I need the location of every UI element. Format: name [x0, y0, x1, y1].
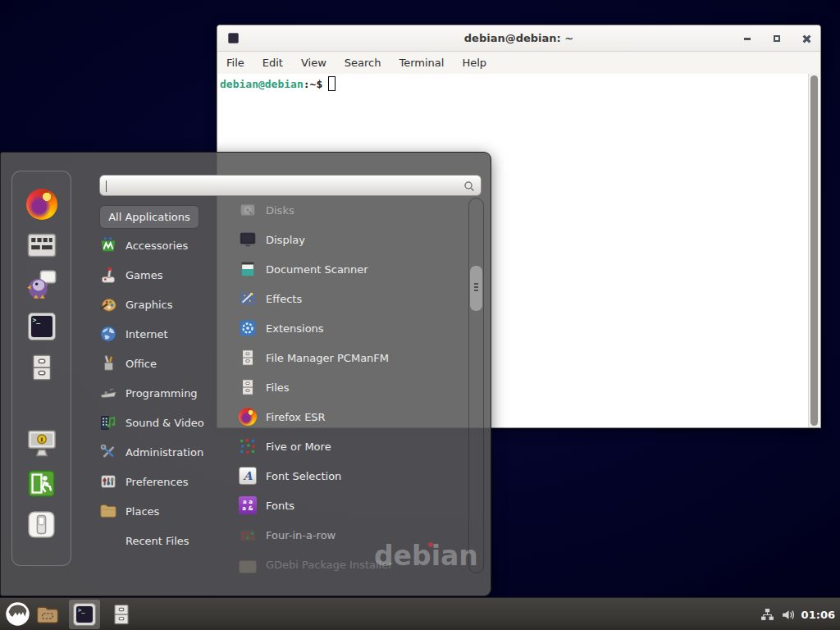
- menu-help[interactable]: Help: [462, 57, 486, 69]
- files-launcher-button[interactable]: [35, 602, 60, 627]
- menu-search[interactable]: Search: [345, 57, 381, 69]
- terminal-scrollbar-thumb[interactable]: [810, 75, 818, 426]
- office-icon: [99, 354, 117, 372]
- minimize-button[interactable]: [742, 33, 753, 44]
- prompt-suffix: :~$: [304, 78, 322, 90]
- favorite-software-button[interactable]: [27, 233, 57, 258]
- terminal-menubar: File Edit View Search Terminal Help: [217, 52, 820, 74]
- shut-down-button[interactable]: [27, 510, 56, 539]
- app-fonts[interactable]: a aa & Fonts: [239, 491, 462, 520]
- preferences-icon: [99, 472, 117, 491]
- file-cabinet-icon: [27, 353, 57, 382]
- category-internet[interactable]: Internet: [99, 319, 235, 349]
- close-button[interactable]: [801, 33, 812, 44]
- internet-icon: [99, 325, 117, 343]
- category-places[interactable]: Places: [99, 496, 235, 526]
- apps-scrollbar-thumb[interactable]: [470, 266, 482, 311]
- favorite-files-button[interactable]: [27, 353, 57, 382]
- category-programming[interactable]: Programming: [99, 378, 235, 408]
- app-five-or-more[interactable]: Five or More: [239, 431, 462, 461]
- shut-down-icon: [27, 510, 56, 539]
- category-graphics[interactable]: Graphics: [99, 290, 235, 319]
- document-scanner-icon: [239, 260, 257, 278]
- app-gdebi-package-installer[interactable]: GDebi Package Installer: [239, 550, 462, 579]
- app-disks[interactable]: Disks: [239, 195, 462, 225]
- four-in-a-row-icon: [239, 526, 257, 544]
- search-box: [99, 175, 482, 196]
- category-sound-video[interactable]: Sound & Video: [99, 408, 235, 437]
- disks-icon: [239, 201, 257, 219]
- log-out-icon: [27, 469, 56, 498]
- system-tray: 01:06: [760, 598, 835, 630]
- prompt-user-host: debian@debian: [220, 78, 304, 90]
- terminal-window-icon: [228, 33, 239, 43]
- accessories-icon: [99, 236, 117, 254]
- window-title: debian@debian: ~: [217, 32, 820, 44]
- favorites-panel: >_: [11, 171, 71, 566]
- app-extensions[interactable]: Extensions: [239, 313, 462, 343]
- clock[interactable]: 01:06: [801, 609, 835, 621]
- scrollbar-grip: [474, 290, 478, 291]
- graphics-icon: [99, 295, 117, 313]
- app-font-selection[interactable]: A Font Selection: [239, 461, 462, 491]
- gdebi-icon: [239, 560, 257, 573]
- apps-scrollbar-track[interactable]: [468, 198, 484, 573]
- places-icon: [99, 502, 117, 520]
- favorite-pidgin-button[interactable]: [26, 269, 57, 300]
- effects-icon: [239, 290, 257, 308]
- app-document-scanner[interactable]: Document Scanner: [239, 254, 462, 284]
- desktop: debian@debian: ~ File Edit View Search T…: [0, 0, 840, 630]
- application-menu: debian >_: [0, 152, 491, 596]
- all-applications-button[interactable]: All Applications: [99, 205, 199, 229]
- volume-icon[interactable]: [781, 608, 795, 622]
- terminal-cursor: [328, 76, 336, 91]
- terminal-scrollbar[interactable]: [808, 74, 819, 427]
- app-file-manager-pcmanfm[interactable]: File Manager PCManFM: [239, 343, 462, 372]
- menu-file[interactable]: File: [226, 57, 244, 69]
- search-input[interactable]: [107, 177, 451, 194]
- folder-icon: [35, 602, 60, 627]
- category-accessories[interactable]: Accessories: [99, 231, 235, 260]
- file-cabinet-icon: [239, 378, 257, 396]
- app-files[interactable]: Files: [239, 372, 462, 402]
- extensions-icon: [239, 319, 257, 337]
- menu-view[interactable]: View: [301, 57, 326, 69]
- search-icon: [463, 180, 476, 193]
- category-recent-files[interactable]: Recent Files: [99, 526, 235, 555]
- close-icon: [802, 34, 810, 43]
- maximize-button[interactable]: [771, 33, 783, 44]
- network-icon[interactable]: [760, 608, 774, 622]
- favorite-firefox-button[interactable]: [26, 189, 57, 220]
- menu-terminal[interactable]: Terminal: [399, 57, 444, 69]
- app-four-in-a-row[interactable]: Four-in-a-row: [239, 520, 462, 550]
- category-games[interactable]: Games: [99, 260, 235, 290]
- administration-icon: [99, 443, 117, 461]
- maximize-icon: [774, 35, 780, 42]
- programming-icon: [99, 384, 117, 402]
- pidgin-icon: [26, 269, 57, 300]
- games-icon: [99, 266, 117, 284]
- file-manager-launcher-button[interactable]: [110, 603, 133, 626]
- prompt-line: debian@debian:~$: [220, 76, 336, 91]
- taskbar: >_ 01:06: [0, 597, 840, 630]
- display-icon: [239, 231, 257, 249]
- app-effects[interactable]: Effects: [239, 284, 462, 313]
- firefox-icon: [239, 408, 257, 426]
- category-office[interactable]: Office: [99, 349, 235, 378]
- terminal-task-button[interactable]: >_: [69, 600, 100, 629]
- terminal-titlebar[interactable]: debian@debian: ~: [217, 25, 820, 52]
- minimize-icon: [744, 38, 751, 40]
- keyboard-icon: [27, 233, 57, 258]
- menu-edit[interactable]: Edit: [262, 57, 283, 69]
- five-or-more-icon: [239, 437, 257, 455]
- firefox-icon: [26, 189, 57, 220]
- category-administration[interactable]: Administration: [99, 437, 235, 467]
- lock-screen-button[interactable]: [26, 429, 57, 457]
- category-preferences[interactable]: Preferences: [99, 467, 235, 496]
- app-display[interactable]: Display: [239, 225, 462, 254]
- app-firefox-esr[interactable]: Firefox ESR: [239, 402, 462, 431]
- favorite-terminal-button[interactable]: >_: [28, 313, 56, 340]
- log-out-button[interactable]: [27, 469, 56, 498]
- menu-button[interactable]: [5, 601, 30, 627]
- categories-list: Accessories Games Graphics Internet Offi…: [99, 231, 235, 555]
